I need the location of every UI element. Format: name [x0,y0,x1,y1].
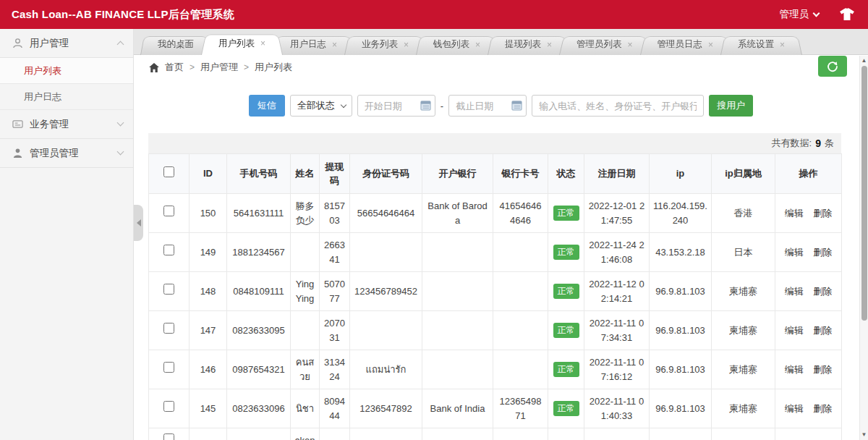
tab[interactable]: 系统设置 × [720,34,802,55]
cell-ip-location: 柬埔寨 [712,311,775,350]
sidebar-collapse-handle[interactable] [134,205,143,241]
select-all-checkbox[interactable] [163,166,174,177]
tab-close-icon[interactable]: × [780,41,785,49]
delete-link[interactable]: 删除 [813,403,832,414]
tab-close-icon[interactable]: × [708,41,713,49]
tab[interactable]: 用户日志 × [273,34,354,55]
cell-bank [422,233,493,272]
row-checkbox[interactable] [163,245,174,255]
app-title: Cash Loan--AB FINANCE LLP后台管理系统 [12,8,234,22]
cell-bank [422,272,493,311]
tab[interactable]: 管理员日志 × [640,34,731,55]
cell-id-number [350,233,422,272]
scroll-down-icon[interactable]: ▼ [860,431,868,439]
status-select[interactable]: 全部状态 [290,95,352,117]
edit-link[interactable]: 编辑 [785,247,804,258]
edit-link[interactable]: 编辑 [785,364,804,375]
cell-phone: 0823633095 [227,311,291,350]
delete-link[interactable]: 删除 [813,247,832,258]
sidebar-subitem-label: 用户列表 [24,65,61,76]
table-row: 146 0987654321 คนสวย 313424 แถมน่ารัก 正常… [149,350,842,389]
calendar-icon[interactable] [420,100,431,111]
row-checkbox[interactable] [163,433,174,440]
start-date-field [357,95,435,117]
row-checkbox[interactable] [163,206,174,216]
breadcrumb-home[interactable]: 首页 [165,61,184,74]
cell-phone: 0987654321 [227,350,291,389]
search-button[interactable]: 搜用户 [709,95,753,117]
tab-close-icon[interactable]: × [332,41,337,49]
tab-close-icon[interactable]: × [628,41,633,49]
chevron-down-icon [813,10,820,17]
cell-withdraw-code [320,428,350,440]
tab-close-icon[interactable]: × [404,41,409,49]
edit-link[interactable]: 编辑 [785,403,804,414]
column-header: ip [650,154,712,194]
tab[interactable]: 用户列表 × [201,32,283,55]
edit-link[interactable]: 编辑 [785,286,804,297]
tab-label: 业务列表 [362,34,398,55]
cell-phone: 5641631111 [227,194,291,233]
delete-link[interactable]: 删除 [813,325,832,336]
sidebar-item-business-management[interactable]: 业务管理 [0,110,133,139]
end-date-field [448,95,527,117]
admin-user-icon [12,148,23,158]
tab-close-icon[interactable]: × [547,41,552,49]
chevron-down-icon [341,101,346,107]
sidebar-item-user-log[interactable]: 用户日志 [0,84,133,110]
search-input[interactable] [532,95,704,117]
sidebar: 用户管理 用户列表 用户日志 业务管理 管理员管理 [0,29,134,440]
delete-link[interactable]: 删除 [813,286,832,297]
cell-withdraw-code: 809444 [320,389,350,428]
row-checkbox[interactable] [163,401,174,412]
cell-ip: 96.9.81.103 [650,272,712,311]
admin-dropdown[interactable]: 管理员 [780,8,820,21]
home-icon [149,63,159,72]
table-body: 150 5641631111 勝多负少 815703 56654646464 B… [149,194,842,440]
tab[interactable]: 管理员列表 × [559,34,650,55]
cell-id: 150 [190,194,227,233]
edit-link[interactable]: 编辑 [785,325,804,336]
delete-link[interactable]: 删除 [813,208,832,219]
collapse-left-icon [137,219,141,227]
cell-ip: 96.9.81.103 [650,311,712,350]
delete-link[interactable]: 删除 [813,364,832,375]
sidebar-item-user-management[interactable]: 用户管理 [0,29,133,58]
edit-link[interactable]: 编辑 [785,208,804,219]
tab-label: 系统设置 [738,34,774,55]
scrollbar-thumb[interactable] [861,66,867,321]
breadcrumb-section[interactable]: 用户管理 [200,61,238,74]
row-checkbox[interactable] [163,362,174,373]
status-badge: 正常 [553,401,579,415]
chevron-down-icon [117,119,124,127]
tab-close-icon[interactable]: × [260,39,265,48]
tab[interactable]: 钱包列表 × [416,34,498,55]
scroll-up-icon[interactable]: ▲ [860,56,868,65]
record-count: 共有数据: 9 条 [148,133,841,153]
cell-withdraw-code: 313424 [320,350,350,389]
sms-button[interactable]: 短信 [249,95,285,117]
theme-shirt-icon[interactable] [839,8,855,21]
cell-ip-location: 柬埔寨 [712,272,775,311]
sidebar-item-admin-management[interactable]: 管理员管理 [0,139,133,168]
cell-actions: 编辑 删除 [775,311,842,350]
cell-name [291,311,320,350]
row-checkbox[interactable] [163,284,174,295]
row-checkbox[interactable] [163,323,174,334]
tab-label: 钱包列表 [433,34,469,55]
status-badge: 正常 [553,323,579,337]
chevron-up-icon [117,41,124,48]
column-header: ID [190,154,227,194]
user-icon [12,38,23,48]
breadcrumb-page[interactable]: 用户列表 [255,61,292,74]
cell-ip-location [712,428,775,440]
tab-close-icon[interactable]: × [475,41,480,49]
cell-bank [422,350,493,389]
calendar-icon[interactable] [511,100,522,111]
cell-ip-location: 日本 [712,233,775,272]
vertical-scrollbar[interactable]: ▲ ▼ [859,56,868,440]
tab[interactable]: 业务列表 × [344,34,426,55]
sidebar-item-user-list[interactable]: 用户列表 [0,58,133,84]
refresh-button[interactable] [818,56,847,77]
tab[interactable]: 提现列表 × [488,34,569,55]
